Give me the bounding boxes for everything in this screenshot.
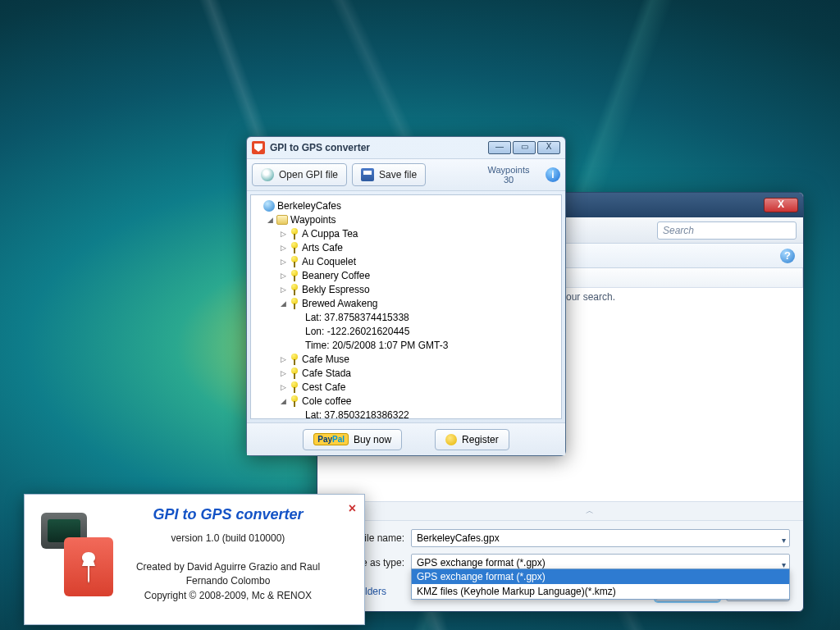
- register-icon: [445, 434, 457, 445]
- tree-waypoint[interactable]: ▷Bekly Espresso: [253, 282, 559, 296]
- tree-waypoint[interactable]: ▷Cafe Stada: [253, 366, 559, 380]
- titlebar[interactable]: GPI to GPS converter — ▭ X: [247, 137, 565, 158]
- pin-icon: [290, 381, 299, 393]
- search-input[interactable]: Search: [657, 221, 797, 240]
- pin-icon: [290, 270, 299, 281]
- tree-waypoint[interactable]: ▷Cest Cafe: [253, 380, 559, 394]
- tree-waypoint[interactable]: ▷Cafe Muse: [253, 352, 559, 366]
- chevron-down-icon[interactable]: ▾: [782, 532, 786, 549]
- save-fields: File name: BerkeleyCafes.gpx ▾ Save as t…: [317, 521, 803, 575]
- tree-detail: Lat: 37.8503218386322: [253, 408, 559, 419]
- info-icon[interactable]: i: [546, 167, 560, 182]
- window-title: GPI to GPS converter: [270, 142, 488, 153]
- buy-now-button[interactable]: PayPal Buy now: [303, 429, 402, 450]
- pin-icon: [290, 242, 299, 253]
- toolbar: Open GPI file Save file Waypoints 30 i: [247, 158, 565, 191]
- expand-toggle[interactable]: ▷: [279, 244, 287, 252]
- converter-window: GPI to GPS converter — ▭ X Open GPI file…: [246, 136, 566, 456]
- filename-input[interactable]: BerkeleyCafes.gpx ▾: [411, 529, 790, 547]
- tree-root[interactable]: BerkeleyCafes: [253, 199, 559, 212]
- pin-icon: [290, 256, 299, 267]
- about-body: version 1.0 (build 010000) Created by Da…: [107, 532, 349, 603]
- globe-icon: [263, 200, 275, 212]
- savetype-dropdown[interactable]: GPS exchange format (*.gpx) KMZ files (K…: [411, 568, 790, 600]
- expand-toggle[interactable]: ▷: [279, 285, 287, 294]
- about-title: GPI to GPS converter: [107, 506, 349, 523]
- expand-toggle[interactable]: ◢: [279, 299, 287, 308]
- pin-icon: [290, 395, 299, 407]
- close-icon[interactable]: ×: [349, 501, 356, 516]
- pin-icon: [290, 298, 299, 309]
- expand-toggle[interactable]: ◢: [279, 397, 287, 405]
- expand-toggle[interactable]: ▷: [279, 369, 287, 377]
- pushpin-icon: [64, 537, 113, 596]
- tree-waypoint[interactable]: ▷Beanery Coffee: [253, 268, 559, 282]
- pin-icon: [290, 228, 299, 240]
- about-dialog: × GPI to GPS converter version 1.0 (buil…: [24, 494, 365, 625]
- tree-detail: Lon: -122.26021620445: [253, 324, 559, 338]
- app-icon: [252, 141, 265, 154]
- tree-waypoint[interactable]: ◢Cole coffee: [253, 394, 559, 408]
- tree-detail: Time: 20/5/2008 1:07 PM GMT-3: [253, 338, 559, 352]
- maximize-button[interactable]: ▭: [513, 141, 536, 154]
- pin-icon: [290, 284, 299, 295]
- pin-icon: [290, 354, 299, 365]
- tree-waypoint[interactable]: ▷A Cuppa Tea: [253, 226, 559, 240]
- save-file-button[interactable]: Save file: [352, 163, 426, 186]
- register-button[interactable]: Register: [435, 429, 509, 450]
- tree-folder[interactable]: ◢Waypoints: [253, 212, 559, 226]
- open-gpi-button[interactable]: Open GPI file: [252, 163, 347, 186]
- tree-detail: Lat: 37.8758374415338: [253, 310, 559, 324]
- tree-waypoint[interactable]: ▷Au Coquelet: [253, 254, 559, 268]
- chevron-up-icon: ︿: [586, 505, 594, 517]
- pin-icon: [290, 368, 299, 379]
- open-icon: [261, 168, 274, 181]
- expand-toggle[interactable]: ▷: [279, 230, 287, 238]
- savetype-option[interactable]: KMZ files (Keyhole Markup Language)(*.km…: [412, 584, 789, 599]
- save-icon: [361, 168, 374, 181]
- tree-waypoint[interactable]: ▷Arts Cafe: [253, 240, 559, 254]
- expand-toggle[interactable]: ▷: [279, 272, 287, 280]
- folders-toggle[interactable]: Folders ︿: [317, 501, 803, 521]
- tree-waypoint[interactable]: ◢Brewed Awakeng: [253, 296, 559, 310]
- close-button[interactable]: X: [764, 198, 798, 212]
- savetype-option[interactable]: GPS exchange format (*.gpx): [412, 569, 789, 584]
- footer: PayPal Buy now Register: [247, 422, 565, 455]
- expand-toggle[interactable]: ▷: [279, 355, 287, 363]
- folder-icon: [276, 215, 288, 225]
- help-icon[interactable]: ?: [780, 249, 795, 263]
- expand-toggle[interactable]: ▷: [279, 383, 287, 391]
- close-button[interactable]: X: [537, 141, 560, 154]
- minimize-button[interactable]: —: [488, 141, 511, 154]
- expand-toggle[interactable]: ▷: [279, 258, 287, 266]
- waypoints-tree[interactable]: BerkeleyCafes◢Waypoints▷A Cuppa Tea▷Arts…: [250, 194, 562, 419]
- paypal-icon: PayPal: [313, 433, 349, 445]
- expand-toggle[interactable]: ◢: [266, 216, 274, 224]
- waypoints-counter: Waypoints 30: [480, 165, 537, 185]
